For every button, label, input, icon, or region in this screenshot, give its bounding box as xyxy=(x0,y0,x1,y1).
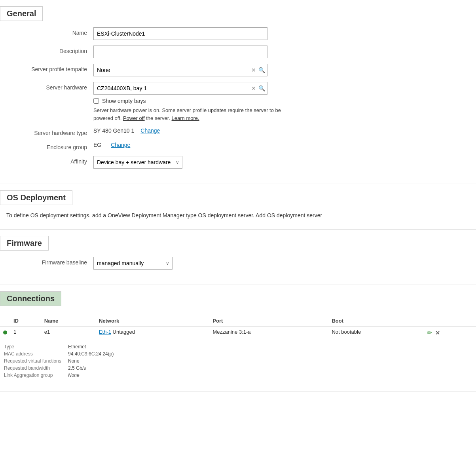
firmware-baseline-label: Firmware baseline xyxy=(6,257,93,266)
mac-value: 94:40:C9:6C:24:24(p) xyxy=(68,351,115,357)
server-hardware-type-label: Server hardware type xyxy=(6,127,93,136)
network-link[interactable]: Eth-1 xyxy=(99,329,111,335)
add-os-deployment-link[interactable]: Add OS deployment server xyxy=(256,212,322,218)
enclosure-group-field-wrapper: EG Change xyxy=(93,142,470,148)
name-row: Name xyxy=(0,27,476,40)
enclosure-group-value-row: EG Change xyxy=(93,142,470,148)
connections-id-col-header: ID xyxy=(10,315,41,327)
firmware-section: Firmware Firmware baseline managed manua… xyxy=(0,230,476,285)
rvf-label: Requested virtual functions xyxy=(4,358,67,364)
rb-value: 2.5 Gb/s xyxy=(68,365,115,371)
connections-actions-col-header xyxy=(424,315,476,327)
server-hardware-type-field-wrapper: SY 480 Gen10 1 Change xyxy=(93,127,470,134)
description-row: Description xyxy=(0,46,476,58)
connection-port: Mezzanine 3:1-a xyxy=(209,327,328,339)
table-row: 1 e1 Eth-1 Untagged Mezzanine 3:1-a Not … xyxy=(0,327,476,339)
mac-label: MAC address xyxy=(4,351,67,357)
learn-more-link[interactable]: Learn more. xyxy=(172,115,199,121)
connections-boot-col-header: Boot xyxy=(328,315,424,327)
power-info-text: Server hardware power is on. Some server… xyxy=(93,106,291,122)
show-empty-bays-checkbox[interactable] xyxy=(93,98,99,104)
server-profile-template-label: Server profile tempalte xyxy=(6,64,93,72)
connection-details-table: Type Ethernet MAC address 94:40:C9:6C:24… xyxy=(3,343,116,379)
enclosure-group-row: Enclosure group EG Change xyxy=(0,142,476,150)
delete-icon[interactable]: ✕ xyxy=(435,330,440,336)
server-hardware-type-value-row: SY 480 Gen10 1 Change xyxy=(93,127,470,134)
connection-name: e1 xyxy=(41,327,96,339)
type-value: Ethernet xyxy=(68,344,115,350)
server-profile-template-clear-button[interactable]: ✕ xyxy=(251,67,256,73)
rb-label: Requested bandwidth xyxy=(4,365,67,371)
os-deployment-title: OS Deployment xyxy=(0,190,72,205)
os-deployment-section: OS Deployment To define OS deployment se… xyxy=(0,184,476,230)
edit-icon[interactable]: ✏ xyxy=(427,329,432,336)
connection-status xyxy=(0,327,10,339)
enclosure-group-change-link[interactable]: Change xyxy=(111,142,130,148)
affinity-field-wrapper: Device bay + server hardwareDevice bay xyxy=(93,156,470,169)
name-field-wrapper xyxy=(93,27,470,40)
lag-label: Link Aggregation group xyxy=(4,372,67,378)
enclosure-group-label: Enclosure group xyxy=(6,142,93,150)
firmware-baseline-field-wrapper: managed manuallyCustom xyxy=(93,257,470,270)
server-hardware-type-value: SY 480 Gen10 1 xyxy=(93,127,134,134)
server-profile-template-icons: ✕ 🔍 xyxy=(251,67,265,73)
enclosure-group-value: EG xyxy=(93,142,101,148)
power-off-link[interactable]: Power off xyxy=(123,115,145,121)
server-hardware-search-button[interactable]: 🔍 xyxy=(258,86,265,91)
connection-actions: ✏ ✕ xyxy=(424,327,476,339)
server-profile-template-input-wrapper: ✕ 🔍 xyxy=(93,64,267,76)
server-profile-template-input[interactable] xyxy=(93,64,267,76)
server-hardware-clear-button[interactable]: ✕ xyxy=(251,86,256,91)
connections-table: ID Name Network Port Boot 1 e1 Eth-1 Unt… xyxy=(0,315,476,382)
status-dot xyxy=(3,331,7,334)
firmware-title: Firmware xyxy=(0,236,49,251)
server-hardware-label: Server hardware xyxy=(6,82,93,91)
server-hardware-icons: ✕ 🔍 xyxy=(251,86,265,91)
server-hardware-input[interactable] xyxy=(93,82,267,95)
type-label: Type xyxy=(4,344,67,350)
firmware-baseline-select[interactable]: managed manuallyCustom xyxy=(93,257,173,270)
table-row-detail: Type Ethernet MAC address 94:40:C9:6C:24… xyxy=(0,339,476,382)
general-title: General xyxy=(0,6,43,21)
action-icons: ✏ ✕ xyxy=(427,329,473,336)
connection-details-cell: Type Ethernet MAC address 94:40:C9:6C:24… xyxy=(0,339,476,382)
description-field-wrapper xyxy=(93,46,470,58)
connections-name-col-header: Name xyxy=(41,315,96,327)
general-section: General Name Description Server profile … xyxy=(0,0,476,184)
affinity-select-wrapper: Device bay + server hardwareDevice bay xyxy=(93,156,182,169)
firmware-baseline-row: Firmware baseline managed manuallyCustom xyxy=(0,257,476,270)
name-label: Name xyxy=(6,27,93,36)
server-hardware-type-change-link[interactable]: Change xyxy=(140,127,160,134)
server-profile-template-row: Server profile tempalte ✕ 🔍 xyxy=(0,64,476,76)
show-empty-bays-label: Show empty bays xyxy=(102,98,146,104)
server-hardware-input-wrapper: ✕ 🔍 xyxy=(93,82,267,95)
description-input[interactable] xyxy=(93,46,267,58)
connections-network-col-header: Network xyxy=(96,315,210,327)
connections-section: Connections ID Name Network Port Boot 1 … xyxy=(0,285,476,391)
name-input[interactable] xyxy=(93,27,267,40)
server-profile-template-search-button[interactable]: 🔍 xyxy=(258,67,265,73)
affinity-label: Affinity xyxy=(6,156,93,165)
firmware-baseline-select-wrapper: managed manuallyCustom xyxy=(93,257,173,270)
connections-status-col-header xyxy=(0,315,10,327)
rvf-value: None xyxy=(68,358,115,364)
description-label: Description xyxy=(6,46,93,54)
lag-value: None xyxy=(68,372,115,378)
server-hardware-type-row: Server hardware type SY 480 Gen10 1 Chan… xyxy=(0,127,476,136)
connections-port-col-header: Port xyxy=(209,315,328,327)
connections-title: Connections xyxy=(0,291,61,306)
os-deployment-description: To define OS deployment settings, add a … xyxy=(0,211,476,220)
connection-id: 1 xyxy=(10,327,41,339)
affinity-row: Affinity Device bay + server hardwareDev… xyxy=(0,156,476,169)
server-hardware-row: Server hardware ✕ 🔍 Show empty bays Serv… xyxy=(0,82,476,122)
show-empty-bays-row: Show empty bays xyxy=(93,98,470,104)
affinity-select[interactable]: Device bay + server hardwareDevice bay xyxy=(93,156,182,169)
connection-boot: Not bootable xyxy=(328,327,424,339)
connection-network: Eth-1 Untagged xyxy=(96,327,210,339)
server-profile-template-field-wrapper: ✕ 🔍 xyxy=(93,64,470,76)
server-hardware-field-wrapper: ✕ 🔍 Show empty bays Server hardware powe… xyxy=(93,82,470,122)
